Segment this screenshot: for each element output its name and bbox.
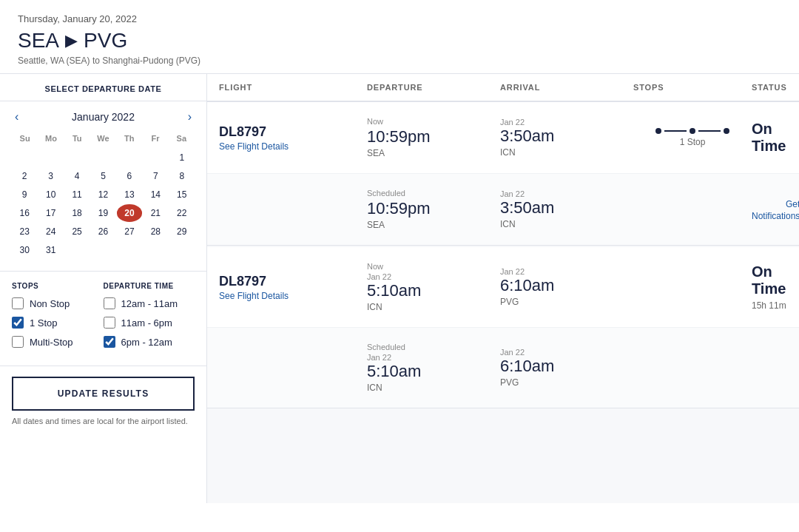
flight-2-status: On Time 15h 11m bbox=[752, 263, 799, 311]
cal-day-23[interactable]: 23 bbox=[12, 223, 37, 240]
flight-2-arr-date: Jan 22 bbox=[500, 267, 633, 276]
update-results-button[interactable]: UPDATE RESULTS bbox=[12, 377, 195, 411]
nonstop-checkbox[interactable] bbox=[12, 297, 24, 309]
calendar-month-year: January 2022 bbox=[72, 111, 135, 123]
calendar-next-button[interactable]: › bbox=[185, 110, 195, 124]
cal-day-13[interactable]: 13 bbox=[117, 186, 142, 203]
time3-checkbox-item: 6pm - 12am bbox=[104, 336, 195, 348]
nonstop-label: Non Stop bbox=[30, 298, 70, 309]
cal-day-24[interactable]: 24 bbox=[38, 223, 63, 240]
flight-1-sub-arr-airport: ICN bbox=[500, 219, 633, 229]
cal-day-2[interactable]: 2 bbox=[12, 167, 37, 185]
dow-fr: Fr bbox=[142, 131, 168, 146]
flight-2-sub-arr-airport: PVG bbox=[500, 377, 633, 388]
cal-day-11[interactable]: 11 bbox=[64, 186, 90, 203]
time2-checkbox-item: 11am - 6pm bbox=[104, 317, 195, 329]
th-departure: DEPARTURE bbox=[367, 83, 500, 92]
onestop-label: 1 Stop bbox=[30, 317, 58, 329]
calendar-dow-headers: Su Mo Tu We Th Fr Sa bbox=[12, 131, 195, 146]
cal-day-3[interactable]: 3 bbox=[38, 167, 63, 185]
flight-2-sub-arr-date: Jan 22 bbox=[500, 348, 633, 357]
onestop-checkbox-item: 1 Stop bbox=[12, 317, 104, 329]
th-status: STATUS bbox=[752, 83, 799, 92]
cal-day-empty bbox=[64, 149, 90, 166]
cal-day-17[interactable]: 17 bbox=[38, 204, 63, 222]
flight-1-details-link[interactable]: See Flight Details bbox=[219, 141, 289, 152]
filter-section: STOPS Non Stop 1 Stop Multi-Stop bbox=[0, 272, 206, 366]
calendar-prev-button[interactable]: ‹ bbox=[12, 110, 21, 124]
cal-day-14[interactable]: 14 bbox=[143, 186, 168, 203]
time1-label: 12am - 11am bbox=[121, 298, 178, 309]
cal-day-19[interactable]: 19 bbox=[90, 204, 115, 222]
cal-day-empty bbox=[12, 149, 37, 166]
cal-day-30[interactable]: 30 bbox=[12, 241, 37, 259]
flight-1-arr-time: 3:50am bbox=[500, 127, 633, 146]
stops-filter-label: STOPS bbox=[12, 282, 104, 290]
flight-1-dep-label: Now bbox=[367, 117, 500, 126]
calendar-grid: Su Mo Tu We Th Fr Sa bbox=[12, 131, 195, 259]
sidebar-footer-note: All dates and times are local for the ai… bbox=[12, 417, 188, 425]
flight-2-info: DL8797 See Flight Details bbox=[219, 274, 367, 301]
cal-day-4[interactable]: 4 bbox=[64, 167, 90, 185]
flight-1-sub-departure: Scheduled 10:59pm SEA bbox=[367, 189, 500, 230]
th-flight: FLIGHT bbox=[219, 83, 367, 92]
flight-2-sub-dep-label: Scheduled bbox=[367, 343, 500, 351]
flight-row-1-sub: Scheduled 10:59pm SEA Jan 22 3:50am ICN … bbox=[207, 174, 799, 245]
calendar-header: ‹ January 2022 › bbox=[12, 110, 195, 124]
multistop-checkbox[interactable] bbox=[12, 336, 24, 348]
flight-2-dep-date: Jan 22 bbox=[367, 272, 500, 281]
sidebar-section-title: SELECT DEPARTURE DATE bbox=[0, 74, 206, 101]
route-subtitle: Seattle, WA (SEA) to Shanghai-Pudong (PV… bbox=[18, 55, 781, 66]
cal-day-16[interactable]: 16 bbox=[12, 204, 37, 222]
cal-day-empty bbox=[143, 149, 168, 166]
flight-1-sub-dep-label: Scheduled bbox=[367, 189, 500, 198]
flight-2-sub-arr-time: 6:10am bbox=[500, 357, 633, 376]
onestop-checkbox[interactable] bbox=[12, 317, 24, 329]
flight-2-dep-time: 5:10am bbox=[367, 281, 500, 300]
cal-day-29[interactable]: 29 bbox=[169, 223, 195, 240]
cal-day-31[interactable]: 31 bbox=[38, 241, 63, 259]
cal-day-27[interactable]: 27 bbox=[117, 223, 142, 240]
time2-checkbox[interactable] bbox=[104, 317, 115, 329]
cal-day-7[interactable]: 7 bbox=[143, 167, 168, 185]
cal-day-1[interactable]: 1 bbox=[169, 149, 195, 166]
cal-day-26[interactable]: 26 bbox=[90, 223, 115, 240]
flight-2-dep-airport: ICN bbox=[367, 302, 500, 312]
flight-2-details-link[interactable]: See Flight Details bbox=[219, 291, 289, 301]
cal-day-12[interactable]: 12 bbox=[90, 186, 115, 203]
cal-day-25[interactable]: 25 bbox=[64, 223, 90, 240]
main-layout: SELECT DEPARTURE DATE ‹ January 2022 › S… bbox=[0, 74, 799, 503]
flight-1-arr-airport: ICN bbox=[500, 147, 633, 158]
flight-row-2-sub: Scheduled Jan 22 5:10am ICN Jan 22 6:10a… bbox=[207, 328, 799, 408]
flight-1-sub-arr-time: 3:50am bbox=[500, 198, 633, 218]
flight-2-sub-dep-time: 5:10am bbox=[367, 362, 500, 381]
dow-we: We bbox=[90, 131, 116, 146]
time1-checkbox[interactable] bbox=[104, 297, 115, 309]
flights-table-header: FLIGHT DEPARTURE ARRIVAL STOPS STATUS bbox=[207, 74, 799, 102]
cal-day-empty bbox=[117, 149, 142, 166]
cal-day-9[interactable]: 9 bbox=[12, 186, 37, 203]
dow-th: Th bbox=[116, 131, 142, 146]
time3-checkbox[interactable] bbox=[104, 336, 115, 348]
cal-day-10[interactable]: 10 bbox=[38, 186, 63, 203]
route-title: SEA ▶ PVG bbox=[18, 29, 781, 53]
flight-2-sub-dep-airport: ICN bbox=[367, 383, 500, 393]
cal-day-21[interactable]: 21 bbox=[143, 204, 168, 222]
cal-day-empty bbox=[143, 241, 168, 259]
cal-day-20-today[interactable]: 20 bbox=[117, 204, 142, 222]
get-notifications-link-1[interactable]: Get Notifications bbox=[752, 199, 799, 221]
flight-1-status: On Time bbox=[752, 121, 799, 155]
stop-dash-2 bbox=[698, 130, 721, 132]
cal-day-18[interactable]: 18 bbox=[64, 204, 90, 222]
cal-day-22[interactable]: 22 bbox=[169, 204, 195, 222]
cal-day-8[interactable]: 8 bbox=[169, 167, 195, 185]
cal-day-15[interactable]: 15 bbox=[169, 186, 195, 203]
cal-day-5[interactable]: 5 bbox=[90, 167, 115, 185]
cal-day-6[interactable]: 6 bbox=[117, 167, 142, 185]
time3-label: 6pm - 12am bbox=[121, 337, 172, 348]
dow-tu: Tu bbox=[64, 131, 90, 146]
multistop-label: Multi-Stop bbox=[30, 337, 73, 348]
stop-dot-mid bbox=[690, 128, 695, 134]
cal-day-28[interactable]: 28 bbox=[143, 223, 168, 240]
cal-day-empty bbox=[169, 241, 195, 259]
